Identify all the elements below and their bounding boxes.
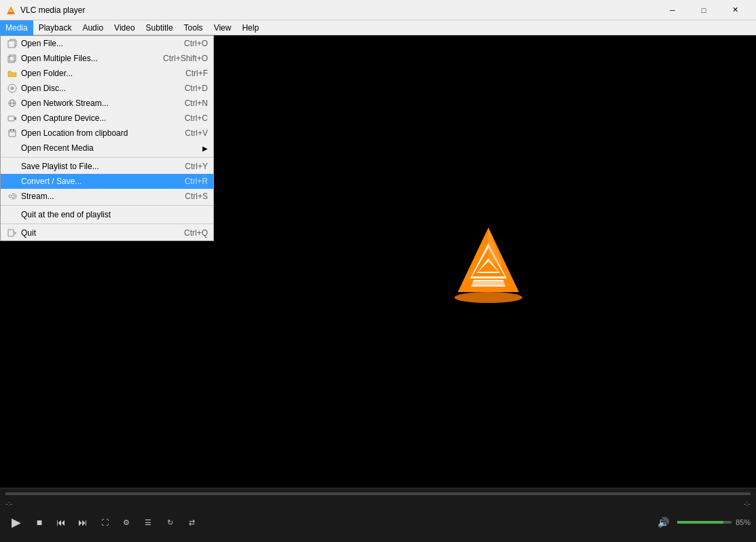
quit-label: Quit xyxy=(21,228,170,238)
menu-save-playlist[interactable]: Save Playlist to File... Ctrl+Y xyxy=(1,159,213,174)
open-folder-shortcut: Ctrl+F xyxy=(185,69,208,78)
volume-label: 85% xyxy=(736,518,751,526)
volume-slider: 🔊 85% xyxy=(654,513,751,532)
minimize-button[interactable]: ─ xyxy=(657,0,688,20)
svg-rect-29 xyxy=(8,230,14,236)
stream-shortcut: Ctrl+S xyxy=(185,192,208,201)
open-recent-arrow: ▶ xyxy=(202,145,208,152)
svg-rect-22 xyxy=(8,116,14,121)
stop-button[interactable]: ■ xyxy=(30,513,49,532)
menu-open-location[interactable]: Open Location from clipboard Ctrl+V xyxy=(1,126,213,141)
svg-point-28 xyxy=(9,195,12,198)
menu-stream[interactable]: Stream... Ctrl+S xyxy=(1,189,213,204)
next-button[interactable]: ⏭ xyxy=(73,513,92,532)
menu-open-multiple[interactable]: Open Multiple Files... Ctrl+Shift+O xyxy=(1,51,213,66)
menu-open-capture[interactable]: Open Capture Device... Ctrl+C xyxy=(1,111,213,126)
menu-item-playback[interactable]: Playback xyxy=(33,20,77,35)
vlc-logo xyxy=(451,224,519,299)
menu-item-subtitle[interactable]: Subtitle xyxy=(141,20,179,35)
svg-rect-27 xyxy=(13,129,14,131)
menu-open-recent[interactable]: Open Recent Media ▶ xyxy=(1,141,213,156)
menu-item-tools[interactable]: Tools xyxy=(179,20,209,35)
save-playlist-icon xyxy=(6,161,18,172)
svg-marker-10 xyxy=(488,228,502,265)
menu-item-audio[interactable]: Audio xyxy=(77,20,109,35)
open-network-icon xyxy=(6,98,18,109)
quit-shortcut: Ctrl+Q xyxy=(184,228,208,238)
separator-3 xyxy=(1,223,213,224)
volume-bar[interactable] xyxy=(677,521,732,524)
playlist-button[interactable]: ☰ xyxy=(139,513,158,532)
menu-item-view[interactable]: View xyxy=(209,20,237,35)
controls-bar: -:- -:- ▶ ■ ⏮ ⏭ ⛶ ⚙ ☰ ↻ ⇄ 🔊 85% xyxy=(0,488,756,542)
open-capture-icon xyxy=(6,113,18,124)
controls-buttons: ▶ ■ ⏮ ⏭ ⛶ ⚙ ☰ ↻ ⇄ 🔊 85% xyxy=(0,509,756,536)
menu-open-disc[interactable]: Open Disc... Ctrl+D xyxy=(1,81,213,96)
open-file-icon xyxy=(6,38,18,49)
menu-item-video[interactable]: Video xyxy=(109,20,140,35)
svg-rect-24 xyxy=(9,130,16,137)
prev-button[interactable]: ⏮ xyxy=(52,513,71,532)
time-elapsed: -:- xyxy=(5,499,12,507)
menu-quit-end[interactable]: Quit at the end of playlist xyxy=(1,207,213,222)
convert-save-shortcut: Ctrl+R xyxy=(185,177,208,186)
video-area xyxy=(214,35,756,488)
time-display: -:- -:- xyxy=(0,498,756,509)
open-folder-icon xyxy=(6,68,18,79)
svg-marker-12 xyxy=(471,281,505,285)
volume-icon[interactable]: 🔊 xyxy=(654,513,673,532)
open-disc-label: Open Disc... xyxy=(21,84,171,93)
app-icon xyxy=(5,5,16,16)
save-playlist-label: Save Playlist to File... xyxy=(21,162,171,171)
menu-open-folder[interactable]: Open Folder... Ctrl+F xyxy=(1,66,213,81)
open-disc-icon xyxy=(6,83,18,94)
menu-quit[interactable]: Quit Ctrl+Q xyxy=(1,225,213,240)
time-remaining: -:- xyxy=(744,499,751,507)
fullscreen-button[interactable]: ⛶ xyxy=(95,513,114,532)
svg-rect-14 xyxy=(8,56,14,62)
open-capture-shortcut: Ctrl+C xyxy=(185,113,208,123)
svg-rect-13 xyxy=(8,41,15,48)
open-file-label: Open File... xyxy=(21,39,170,48)
volume-fill xyxy=(677,521,723,524)
stream-label: Stream... xyxy=(21,192,171,201)
loop-button[interactable]: ↻ xyxy=(160,513,179,532)
separator-2 xyxy=(1,205,213,206)
open-recent-label: Open Recent Media xyxy=(21,143,200,153)
open-capture-label: Open Capture Device... xyxy=(21,113,171,123)
close-button[interactable]: ✕ xyxy=(719,0,751,20)
open-multiple-label: Open Multiple Files... xyxy=(21,54,149,63)
media-dropdown: Open File... Ctrl+O Open Multiple Files.… xyxy=(0,35,214,241)
svg-rect-26 xyxy=(10,129,12,131)
menu-bar: Media Playback Audio Video Subtitle Tool… xyxy=(0,20,756,35)
quit-end-label: Quit at the end of playlist xyxy=(21,210,194,219)
open-network-label: Open Network Stream... xyxy=(21,98,171,108)
open-file-shortcut: Ctrl+O xyxy=(184,39,208,48)
svg-line-31 xyxy=(14,233,16,234)
svg-point-4 xyxy=(454,292,522,303)
open-network-shortcut: Ctrl+N xyxy=(185,98,208,108)
extended-button[interactable]: ⚙ xyxy=(117,513,136,532)
progress-bar-container[interactable] xyxy=(5,492,751,495)
stream-icon xyxy=(6,191,18,202)
open-recent-icon xyxy=(6,143,18,153)
menu-convert-save[interactable]: Convert / Save... Ctrl+R xyxy=(1,174,213,189)
save-playlist-shortcut: Ctrl+Y xyxy=(185,162,208,171)
menu-item-help[interactable]: Help xyxy=(236,20,264,35)
svg-rect-2 xyxy=(8,12,14,14)
open-multiple-shortcut: Ctrl+Shift+O xyxy=(163,54,208,63)
menu-open-file[interactable]: Open File... Ctrl+O xyxy=(1,36,213,51)
svg-rect-15 xyxy=(10,55,16,61)
quit-end-icon xyxy=(6,209,18,220)
random-button[interactable]: ⇄ xyxy=(182,513,201,532)
open-location-label: Open Location from clipboard xyxy=(21,128,171,138)
convert-save-label: Convert / Save... xyxy=(21,177,171,186)
play-button[interactable]: ▶ xyxy=(5,511,27,533)
svg-line-30 xyxy=(14,232,16,233)
maximize-button[interactable]: □ xyxy=(688,0,719,20)
menu-item-media[interactable]: Media xyxy=(0,20,33,35)
convert-save-icon xyxy=(6,176,18,187)
quit-icon xyxy=(6,228,18,238)
open-location-icon xyxy=(6,128,18,139)
menu-open-network[interactable]: Open Network Stream... Ctrl+N xyxy=(1,96,213,111)
